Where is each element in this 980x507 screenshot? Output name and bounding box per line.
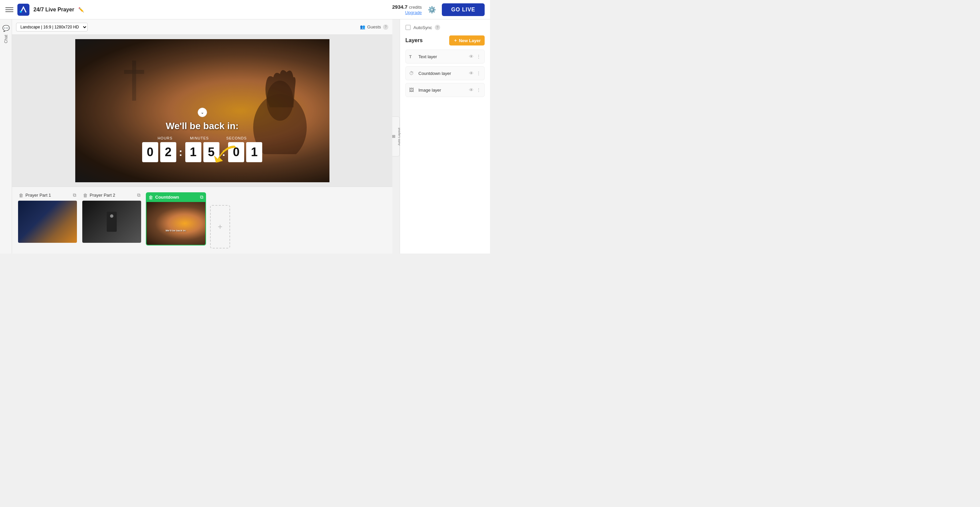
timeline-header-1: 🗑 Prayer Part 1 ⧉ (18, 192, 78, 198)
trash-icon-1[interactable]: 🗑 (19, 192, 24, 198)
collapse-button[interactable]: ⌄ (198, 108, 207, 117)
hours-label: HOURS (158, 136, 173, 140)
timeline-item-prayer1: 🗑 Prayer Part 1 ⧉ (18, 192, 78, 243)
settings-button[interactable]: ⚙️ (426, 4, 438, 16)
text-layer-more-icon[interactable]: ⋮ (476, 54, 481, 59)
svg-rect-0 (18, 4, 29, 16)
main-layout: 💬 Chat Landscape | 16:9 | 1280x720 HD 👥 … (0, 19, 490, 253)
timeline-item-prayer2: 🗑 Prayer Part 2 ⧉ (82, 192, 142, 243)
layer-item-countdown: ⏱ Countdown layer 👁 ⋮ (406, 66, 485, 80)
auto-layout-area: ⊞ Auto Layout (392, 19, 400, 253)
digit-2: 1 (185, 142, 201, 162)
timeline-thumb-1[interactable] (18, 200, 78, 243)
layers-header: Layers ＋ New Layer (406, 35, 485, 46)
countdown-layer-more-icon[interactable]: ⋮ (476, 71, 481, 76)
timeline: 🗑 Prayer Part 1 ⧉ 🗑 Prayer Part 2 ⧉ (12, 187, 392, 253)
auto-layout-label: Auto Layout (397, 127, 401, 145)
countdown-display: 0 2 : 1 5 : 0 1 (142, 142, 262, 162)
countdown-labels: HOURS MINUTES SECONDS (158, 136, 247, 140)
autosync-label: AutoSync (414, 25, 432, 30)
guests-label: Guests (367, 24, 381, 29)
edit-icon[interactable]: ✏️ (78, 7, 84, 13)
autosync-help-icon[interactable]: ? (435, 25, 440, 30)
countdown-layer-name: Countdown layer (418, 71, 466, 76)
copy-icon-active[interactable]: ⧉ (200, 194, 204, 200)
go-live-button[interactable]: GO LIVE (442, 3, 485, 16)
guests-button[interactable]: 👥 Guests ? (360, 24, 388, 30)
digit-0: 0 (142, 142, 158, 162)
right-sidebar: AutoSync ? Layers ＋ New Layer T Text lay… (400, 19, 490, 253)
text-layer-visibility-icon[interactable]: 👁 (469, 54, 474, 59)
auto-layout-icon: ⊞ (391, 135, 396, 138)
trash-icon-active[interactable]: 🗑 (148, 195, 153, 200)
copy-icon-2[interactable]: ⧉ (137, 192, 140, 198)
image-layer-visibility-icon[interactable]: 👁 (469, 87, 474, 93)
colon-2: : (221, 146, 226, 159)
canvas-wrapper: We'll be back in: HOURS MINUTES SECONDS … (12, 35, 392, 187)
credits-label: credits (409, 5, 422, 10)
canvas-countdown-content: We'll be back in: HOURS MINUTES SECONDS … (75, 121, 329, 162)
digit-3: 5 (204, 142, 220, 162)
new-layer-label: New Layer (459, 38, 480, 43)
timeline-thumb-active[interactable]: We'll be back in: (146, 202, 206, 245)
svg-point-1 (20, 11, 22, 13)
timeline-label-2: Prayer Part 2 (90, 192, 135, 198)
trash-icon-2[interactable]: 🗑 (83, 192, 88, 198)
autosync-checkbox[interactable] (406, 25, 411, 30)
credits-area: 2934.7 credits Upgrade (392, 4, 422, 15)
app-title: 24/7 Live Prayer (33, 7, 74, 13)
layer-item-text: T Text layer 👁 ⋮ (406, 49, 485, 64)
upgrade-link[interactable]: Upgrade (392, 10, 422, 15)
timeline-thumb-2[interactable] (82, 200, 142, 243)
add-scene-button[interactable]: + (210, 205, 230, 248)
canvas-area: Landscape | 16:9 | 1280x720 HD 👥 Guests … (12, 19, 392, 253)
left-sidebar: 💬 Chat (0, 19, 12, 253)
app-logo (18, 4, 29, 16)
chat-icon: 💬 (2, 25, 10, 32)
timeline-item-countdown: 🗑 Countdown ⧉ We'll be back in: (146, 192, 206, 245)
new-layer-plus-icon: ＋ (453, 37, 458, 43)
menu-icon[interactable] (5, 6, 13, 14)
seconds-label: SECONDS (226, 136, 247, 140)
countdown-title: We'll be back in: (166, 121, 239, 132)
layer-item-image: 🖼 Image layer 👁 ⋮ (406, 83, 485, 97)
credits-amount: 2934.7 (392, 4, 407, 10)
timeline-label-active: Countdown (155, 195, 198, 200)
colon-1: : (178, 146, 183, 159)
image-layer-icon: 🖼 (409, 87, 416, 93)
guests-icon: 👥 (360, 24, 365, 29)
digit-5: 1 (246, 142, 262, 162)
image-layer-more-icon[interactable]: ⋮ (476, 87, 481, 93)
topbar: 24/7 Live Prayer ✏️ 2934.7 credits Upgra… (0, 0, 490, 19)
guests-help-icon: ? (383, 24, 388, 30)
timeline-label-1: Prayer Part 1 (25, 192, 71, 198)
layers-title: Layers (406, 37, 423, 43)
digit-4: 0 (228, 142, 244, 162)
timeline-header-2: 🗑 Prayer Part 2 ⧉ (82, 192, 142, 198)
auto-layout-tab[interactable]: ⊞ Auto Layout (392, 116, 400, 157)
minutes-label: MINUTES (190, 136, 209, 140)
countdown-layer-visibility-icon[interactable]: 👁 (469, 71, 474, 76)
autosync-row: AutoSync ? (406, 25, 485, 30)
countdown-layer-icon: ⏱ (409, 71, 416, 76)
digit-1: 2 (160, 142, 176, 162)
text-layer-icon: T (409, 54, 416, 59)
new-layer-button[interactable]: ＋ New Layer (449, 35, 485, 46)
resolution-select[interactable]: Landscape | 16:9 | 1280x720 HD (16, 23, 88, 32)
chat-label[interactable]: Chat (4, 35, 8, 43)
copy-icon-1[interactable]: ⧉ (73, 192, 76, 198)
text-layer-name: Text layer (418, 54, 466, 59)
image-layer-name: Image layer (418, 87, 466, 93)
active-timeline-header: 🗑 Countdown ⧉ (146, 192, 206, 202)
canvas-toolbar: Landscape | 16:9 | 1280x720 HD 👥 Guests … (12, 19, 392, 35)
